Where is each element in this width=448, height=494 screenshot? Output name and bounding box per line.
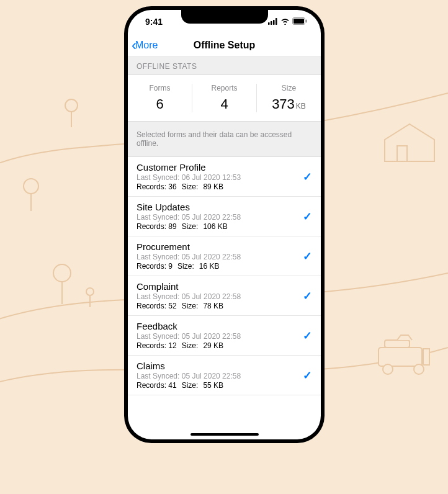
item-title: Claims	[137, 361, 312, 371]
battery-icon	[292, 17, 307, 27]
list-item[interactable]: Site UpdatesLast Synced: 05 Jul 2020 22:…	[128, 197, 321, 236]
item-meta: Records: 89Size:106 KB	[137, 222, 312, 231]
stat-reports: Reports 4	[192, 84, 257, 112]
stat-reports-label: Reports	[192, 84, 256, 92]
item-title: Procurement	[137, 241, 312, 252]
item-meta: Records: 52Size:78 KB	[137, 302, 312, 310]
stat-forms-label: Forms	[128, 84, 192, 92]
item-last-synced: Last Synced: 05 Jul 2020 22:58	[137, 253, 312, 261]
stat-forms-value: 6	[128, 96, 192, 112]
check-icon: ✓	[303, 249, 312, 263]
status-time: 9:41	[145, 17, 163, 27]
list-item[interactable]: Customer ProfileLast Synced: 06 Jul 2020…	[128, 157, 321, 197]
svg-rect-16	[271, 21, 272, 25]
signal-icon	[268, 17, 278, 27]
wifi-icon	[280, 17, 290, 27]
svg-rect-20	[293, 19, 304, 24]
stat-reports-value: 4	[192, 96, 256, 112]
item-meta: Records: 36Size:89 KB	[137, 182, 312, 191]
item-title: Customer Profile	[137, 162, 312, 173]
svg-rect-14	[423, 349, 429, 365]
check-icon: ✓	[303, 369, 312, 382]
svg-rect-15	[268, 22, 270, 25]
check-icon: ✓	[303, 329, 312, 343]
stat-size-value: 373KB	[257, 96, 321, 112]
item-last-synced: Last Synced: 05 Jul 2020 22:58	[137, 213, 312, 222]
forms-list[interactable]: Customer ProfileLast Synced: 06 Jul 2020…	[128, 157, 321, 439]
item-meta: Records: 12Size:29 KB	[137, 341, 312, 350]
phone-notch	[181, 10, 268, 24]
check-icon: ✓	[303, 210, 312, 223]
svg-point-12	[383, 364, 393, 374]
svg-point-2	[24, 179, 38, 194]
stats-row: Forms 6 Reports 4 Size 373KB	[128, 75, 321, 121]
svg-rect-10	[379, 348, 422, 366]
list-item[interactable]: ProcurementLast Synced: 05 Jul 2020 22:5…	[128, 236, 321, 276]
svg-point-8	[86, 288, 94, 295]
section-header-offline-stats: OFFLINE STATS	[128, 57, 321, 75]
back-button[interactable]: ‹ More	[128, 38, 158, 53]
check-icon: ✓	[303, 289, 312, 303]
home-indicator[interactable]	[190, 433, 259, 436]
list-item[interactable]: FeedbackLast Synced: 05 Jul 2020 22:58Re…	[128, 316, 321, 356]
item-title: Site Updates	[137, 202, 312, 212]
svg-point-6	[53, 264, 71, 282]
svg-point-13	[414, 364, 424, 374]
nav-bar: ‹ More Offline Setup	[128, 34, 321, 57]
svg-rect-21	[306, 20, 307, 23]
stat-size-label: Size	[257, 84, 321, 92]
item-last-synced: Last Synced: 05 Jul 2020 22:58	[137, 292, 312, 301]
item-last-synced: Last Synced: 05 Jul 2020 22:58	[137, 372, 312, 380]
item-meta: Records: 41Size:55 KB	[137, 381, 312, 390]
check-icon: ✓	[303, 170, 312, 184]
phone-frame: 9:41 ‹ More Offline Setup OFFLINE STATS	[124, 6, 325, 443]
svg-marker-0	[385, 124, 434, 161]
back-label: More	[135, 40, 158, 51]
item-last-synced: Last Synced: 06 Jul 2020 12:53	[137, 173, 312, 182]
stat-forms: Forms 6	[128, 84, 192, 112]
item-last-synced: Last Synced: 05 Jul 2020 22:58	[137, 332, 312, 341]
phone-screen: 9:41 ‹ More Offline Setup OFFLINE STATS	[128, 10, 321, 439]
svg-rect-11	[385, 340, 410, 348]
list-item[interactable]: ClaimsLast Synced: 05 Jul 2020 22:58Reco…	[128, 356, 321, 395]
item-title: Feedback	[137, 321, 312, 331]
svg-rect-1	[397, 146, 407, 161]
item-title: Complaint	[137, 281, 312, 292]
svg-rect-18	[276, 18, 277, 25]
item-meta: Records: 9Size:16 KB	[137, 262, 312, 271]
info-text: Selected forms and their data can be acc…	[128, 121, 321, 157]
list-item[interactable]: ComplaintLast Synced: 05 Jul 2020 22:58R…	[128, 276, 321, 316]
svg-rect-17	[273, 20, 275, 25]
svg-point-4	[65, 99, 78, 112]
stat-size: Size 373KB	[257, 84, 321, 112]
